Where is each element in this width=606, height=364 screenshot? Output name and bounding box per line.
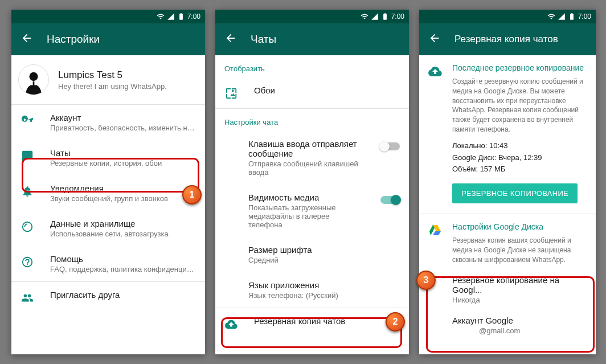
- app-bar: Резервная копия чатов: [419, 23, 596, 55]
- wifi-icon: [547, 13, 555, 21]
- settings-item-notifications[interactable]: УведомленияЗвуки сообщений, групп и звон…: [11, 175, 205, 211]
- step-marker-2: 2: [386, 312, 405, 332]
- app-bar: Чаты: [215, 23, 409, 55]
- settings-item-invite[interactable]: Пригласить друга: [11, 282, 205, 313]
- section-display: Отобразить: [215, 55, 409, 77]
- clock: 7:00: [578, 13, 591, 21]
- settings-item-chats[interactable]: ЧатыРезервные копии, история, обои: [11, 140, 205, 175]
- toggle-enter-key[interactable]: [380, 142, 400, 150]
- screen-chats-settings: 7:00 Чаты Отобразить Обои Настройки чата…: [215, 10, 409, 354]
- clock: 7:00: [187, 13, 200, 21]
- chat-app-language[interactable]: Язык приложенияЯзык телефона: (Русский): [215, 272, 409, 308]
- screen-settings: 7:00 Настройки Lumpics Test 5 Hey there!…: [11, 10, 205, 354]
- battery-icon: [381, 13, 389, 21]
- back-button[interactable]: [428, 32, 441, 47]
- svg-point-0: [29, 72, 38, 81]
- chat-icon: [21, 149, 34, 163]
- backup-size: Объём: 157 МБ: [452, 163, 587, 175]
- chat-font-size[interactable]: Размер шрифтаСредний: [215, 237, 409, 272]
- chat-enter-key[interactable]: Клавиша ввода отправляет сообщениеОтправ…: [215, 131, 409, 185]
- settings-item-data[interactable]: Данные и хранилищеИспользование сети, ав…: [11, 211, 205, 246]
- page-title: Настройки: [47, 33, 100, 46]
- status-bar: 7:00: [215, 10, 409, 23]
- chat-backup-row[interactable]: Резервная копия чатов: [215, 308, 409, 339]
- signal-icon: [558, 13, 566, 21]
- bell-icon: [21, 185, 34, 198]
- step-marker-3: 3: [416, 271, 436, 290]
- profile-name: Lumpics Test 5: [58, 69, 167, 81]
- status-bar: 7:00: [11, 10, 205, 23]
- cloud-upload-icon: [224, 317, 238, 331]
- battery-icon: [568, 13, 576, 21]
- key-icon: [21, 114, 34, 128]
- step-marker-1: 1: [182, 185, 202, 205]
- battery-icon: [177, 13, 185, 21]
- app-bar: Настройки: [11, 23, 205, 55]
- backup-gdrive: Google Диск: Вчера, 12:39: [452, 152, 587, 164]
- google-drive-icon: [428, 223, 442, 237]
- wifi-icon: [361, 13, 368, 21]
- settings-item-help[interactable]: ПомощьFAQ, поддержка, политика конфиденц…: [11, 246, 205, 281]
- last-backup-section: Последнее резервное копирование Создайте…: [419, 55, 596, 214]
- profile-status: Hey there! I am using WhatsApp.: [58, 82, 167, 91]
- status-bar: 7:00: [419, 10, 596, 23]
- gdrive-settings-section: Настройки Google Диска Резервная копия в…: [419, 214, 596, 269]
- backup-frequency[interactable]: Резервное копирование на Googl...Никогда: [419, 269, 596, 310]
- back-button[interactable]: [21, 32, 33, 47]
- help-icon: [21, 255, 34, 269]
- profile-row[interactable]: Lumpics Test 5 Hey there! I am using Wha…: [11, 55, 205, 104]
- people-icon: [21, 291, 34, 305]
- signal-icon: [371, 13, 379, 21]
- data-icon: [21, 220, 34, 234]
- backup-local: Локально: 10:43: [452, 140, 587, 152]
- wifi-icon: [157, 13, 165, 21]
- toggle-media-visibility[interactable]: [380, 196, 400, 204]
- section-chat: Настройки чата: [215, 109, 409, 131]
- google-account[interactable]: Аккаунт Google @gmail.com: [419, 310, 596, 341]
- page-title: Резервная копия чатов: [454, 34, 558, 45]
- chat-media-visibility[interactable]: Видимость медиаПоказывать загруженные ме…: [215, 185, 409, 237]
- screen-chat-backup: 7:00 Резервная копия чатов Последнее рез…: [419, 10, 596, 354]
- settings-item-account[interactable]: АккаунтПриватность, безопасность, измени…: [11, 105, 205, 140]
- page-title: Чаты: [251, 33, 276, 46]
- clock: 7:00: [391, 13, 404, 21]
- signal-icon: [167, 13, 175, 21]
- cloud-upload-icon: [428, 64, 442, 78]
- wallpaper-icon: [224, 87, 238, 100]
- avatar: [18, 64, 49, 95]
- backup-button[interactable]: РЕЗЕРВНОЕ КОПИРОВАНИЕ: [452, 183, 578, 203]
- back-button[interactable]: [224, 32, 237, 47]
- chat-wallpaper[interactable]: Обои: [215, 77, 409, 108]
